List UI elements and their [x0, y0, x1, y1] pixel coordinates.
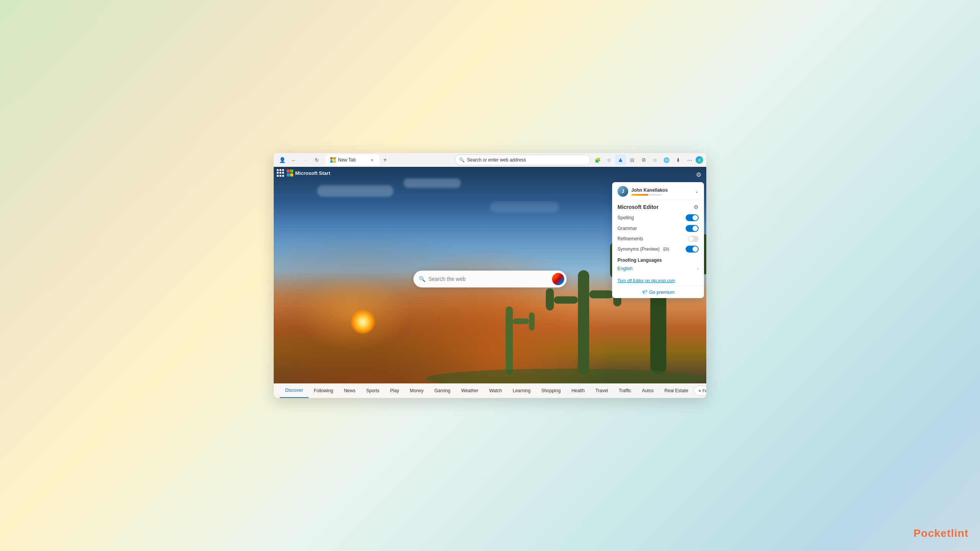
editor-popup: J John Kanellakos ⌄ Microsoft Editor ⚙ S…: [612, 182, 704, 298]
editor-progress-bar: [631, 194, 662, 196]
search-input[interactable]: [428, 276, 549, 282]
pocketlint-text-2: lint: [951, 527, 969, 539]
nav-following[interactable]: Following: [309, 383, 339, 398]
editor-username: John Kanellakos: [631, 187, 695, 193]
pocketlint-watermark: Pocketlint: [913, 527, 969, 540]
editor-button[interactable]: [615, 155, 626, 165]
settings-button[interactable]: ⚙: [693, 169, 704, 180]
search-icon: 🔍: [419, 276, 425, 282]
nav-weather[interactable]: Weather: [456, 383, 484, 398]
spelling-row: Spelling: [612, 212, 704, 223]
proofing-section: Proofing Languages English ›: [612, 254, 704, 274]
nav-autos[interactable]: Autos: [637, 383, 659, 398]
premium-label: Go premium: [649, 290, 675, 295]
svg-rect-16: [529, 313, 534, 331]
bing-search-button[interactable]: [552, 273, 564, 285]
svg-rect-14: [505, 306, 513, 375]
nav-actions: 🧩 ☆ ⊟ ⧉ ☆ 🌐 ⬇ ⋯ e: [592, 155, 703, 165]
cloud-1: [317, 185, 394, 197]
refresh-button[interactable]: ↻: [311, 155, 322, 165]
active-tab[interactable]: New Tab ✕: [326, 155, 379, 165]
synonyms-label-group: Synonyms (Preview) EN: [617, 246, 670, 252]
nav-learning[interactable]: Learning: [507, 383, 536, 398]
more-button[interactable]: ⋯: [684, 155, 695, 165]
svg-rect-3: [333, 160, 336, 163]
favorites-button[interactable]: ☆: [604, 155, 614, 165]
main-content: Microsoft Start ⚙ 🔍: [274, 167, 706, 398]
svg-rect-12: [554, 297, 578, 304]
editor-avatar: J: [617, 186, 628, 197]
english-language[interactable]: English: [617, 266, 632, 271]
ms-logo-blue: [287, 173, 290, 176]
en-badge: EN: [662, 247, 670, 252]
editor-title: Microsoft Editor: [617, 204, 658, 210]
address-bar[interactable]: 🔍 Search or enter web address: [455, 155, 591, 165]
browser-window: 👤 ← → ↻ New Tab ✕ + 🔍: [274, 153, 706, 398]
synonyms-label: Synonyms (Preview): [617, 246, 660, 252]
svg-rect-1: [333, 157, 336, 160]
bottom-nav-actions: ≡ Feed layout ✦ Personalize: [694, 386, 706, 396]
browser-controls: 👤 ← → ↻: [277, 155, 322, 165]
nav-real-estate[interactable]: Real Estate: [659, 383, 694, 398]
ms-grid-icon[interactable]: [277, 169, 284, 177]
title-bar: 👤 ← → ↻ New Tab ✕ + 🔍: [274, 153, 706, 167]
tab-close-button[interactable]: ✕: [369, 157, 375, 163]
nav-health[interactable]: Health: [566, 383, 590, 398]
turn-off-link[interactable]: Turn off Editor on ntp.msn.com: [617, 278, 675, 283]
downloads-button[interactable]: ⬇: [673, 155, 683, 165]
nav-gaming[interactable]: Gaming: [429, 383, 456, 398]
refinements-row: Refinements: [612, 234, 704, 244]
nav-travel[interactable]: Travel: [590, 383, 613, 398]
proofing-chevron-icon[interactable]: ›: [697, 266, 699, 271]
spelling-toggle[interactable]: [686, 214, 699, 221]
search-container: 🔍: [413, 271, 567, 287]
feed-icon: ≡: [699, 388, 701, 393]
editor-settings-icon[interactable]: ⚙: [694, 204, 699, 210]
extensions-button[interactable]: 🧩: [592, 155, 603, 165]
sidebar-button[interactable]: ⊟: [627, 155, 637, 165]
nav-traffic[interactable]: Traffic: [613, 383, 637, 398]
grid-dot: [279, 172, 281, 174]
nav-play[interactable]: Play: [385, 383, 404, 398]
ms-header: Microsoft Start: [277, 169, 330, 177]
turn-off-link-row: Turn off Editor on ntp.msn.com: [612, 274, 704, 286]
nav-shopping[interactable]: Shopping: [536, 383, 566, 398]
svg-rect-9: [578, 271, 589, 375]
split-button[interactable]: ⧉: [638, 155, 649, 165]
nav-sports[interactable]: Sports: [361, 383, 385, 398]
grid-dot: [279, 175, 281, 177]
forward-button[interactable]: →: [300, 155, 310, 165]
feed-layout-button[interactable]: ≡ Feed layout: [694, 386, 706, 396]
new-tab-button[interactable]: +: [380, 155, 390, 165]
editor-user-info: John Kanellakos: [631, 187, 695, 196]
ms-start-logo[interactable]: Microsoft Start: [287, 170, 330, 176]
nav-watch[interactable]: Watch: [484, 383, 508, 398]
editor-footer[interactable]: 💎 Go premium: [612, 286, 704, 298]
edge-icon[interactable]: e: [696, 156, 703, 164]
synonyms-row: Synonyms (Preview) EN: [612, 244, 704, 254]
grammar-toggle[interactable]: [686, 225, 699, 232]
editor-progress-fill: [631, 194, 648, 196]
svg-rect-0: [330, 157, 333, 160]
nav-discover[interactable]: Discover: [280, 383, 309, 398]
search-icon: 🔍: [459, 157, 465, 163]
nav-news[interactable]: News: [338, 383, 361, 398]
collections-button[interactable]: ☆: [650, 155, 660, 165]
sun-glow: [296, 275, 410, 352]
bottom-nav: Discover Following News Sports Play Mone…: [274, 383, 706, 398]
refinements-toggle[interactable]: [688, 236, 699, 242]
grid-dot: [282, 175, 284, 177]
svg-rect-10: [589, 290, 613, 298]
profile-collections[interactable]: 🌐: [661, 155, 672, 165]
ms-logo-red: [287, 170, 290, 173]
grammar-label: Grammar: [617, 226, 637, 231]
pocketlint-text-1: Pocket: [913, 527, 951, 539]
back-button[interactable]: ←: [288, 155, 299, 165]
svg-rect-2: [330, 160, 333, 163]
nav-money[interactable]: Money: [404, 383, 429, 398]
editor-header: J John Kanellakos ⌄: [612, 182, 704, 200]
profile-icon[interactable]: 👤: [277, 155, 287, 165]
synonyms-toggle[interactable]: [686, 246, 699, 253]
editor-chevron-icon[interactable]: ⌄: [695, 189, 699, 194]
feed-layout-label: Feed layout: [702, 388, 706, 393]
